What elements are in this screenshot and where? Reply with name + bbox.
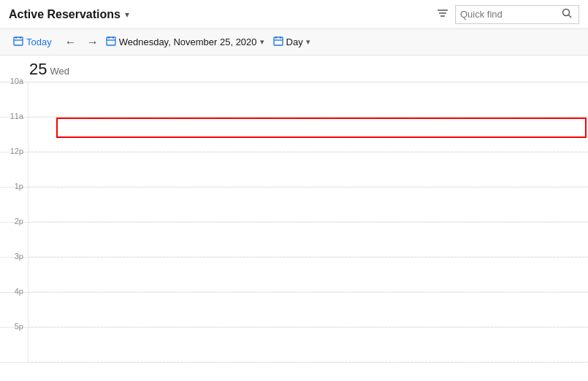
time-label: 11a — [0, 112, 28, 120]
time-label: 10a — [0, 77, 28, 85]
today-label: Today — [26, 36, 52, 47]
time-cell[interactable] — [28, 328, 588, 362]
time-row: 12p — [0, 153, 588, 188]
time-cell[interactable] — [28, 188, 588, 222]
time-row: 2p — [0, 223, 588, 258]
calendar-area: 25 Wed 10a11a12p1p2p3p4p5p — [0, 55, 588, 381]
view-selector[interactable]: Day ▾ — [273, 36, 310, 48]
svg-rect-13 — [274, 37, 283, 45]
time-row: 11a — [0, 118, 588, 153]
time-label: 12p — [0, 147, 28, 155]
prev-button[interactable]: ← — [62, 35, 80, 50]
view-calendar-icon — [273, 36, 283, 48]
app-header: Active Reservations ▾ — [0, 0, 588, 29]
day-header: 25 Wed — [0, 55, 588, 82]
calendar-icon — [13, 36, 23, 48]
time-cell[interactable] — [28, 258, 588, 292]
search-box — [455, 5, 579, 24]
filter-icon[interactable] — [436, 7, 449, 23]
time-row: 10a — [0, 82, 588, 118]
time-cell[interactable] — [28, 223, 588, 257]
date-chevron-icon: ▾ — [260, 37, 264, 47]
time-row: 1p — [0, 188, 588, 223]
page-title: Active Reservations — [9, 8, 121, 21]
time-cell[interactable] — [28, 293, 588, 327]
header-right — [436, 5, 579, 24]
day-name: Wed — [50, 66, 69, 77]
title-chevron-icon[interactable]: ▾ — [125, 9, 129, 20]
time-grid: 10a11a12p1p2p3p4p5p — [0, 82, 588, 381]
header-left: Active Reservations ▾ — [9, 8, 129, 21]
time-label: 4p — [0, 288, 28, 296]
time-label: 5p — [0, 323, 28, 331]
time-label: 1p — [0, 182, 28, 190]
today-button[interactable]: Today — [7, 34, 58, 50]
day-number: 25 — [29, 60, 47, 79]
next-button[interactable]: → — [84, 35, 102, 50]
date-calendar-icon — [106, 36, 116, 48]
time-row: 4p — [0, 293, 588, 328]
svg-rect-5 — [14, 37, 23, 45]
search-button[interactable] — [558, 8, 576, 20]
svg-point-3 — [563, 9, 570, 16]
time-label: 3p — [0, 253, 28, 261]
date-label: Wednesday, November 25, 2020 — [119, 36, 257, 47]
svg-line-4 — [569, 15, 572, 18]
search-input[interactable] — [456, 7, 558, 21]
date-selector[interactable]: Wednesday, November 25, 2020 ▾ — [106, 36, 264, 48]
svg-rect-9 — [107, 37, 115, 45]
time-cell[interactable] — [28, 118, 588, 152]
time-label: 2p — [0, 218, 28, 226]
calendar-toolbar: Today ← → Wednesday, November 25, 2020 ▾… — [0, 29, 588, 55]
time-cell[interactable] — [28, 82, 588, 117]
view-label: Day — [286, 36, 303, 47]
view-chevron-icon: ▾ — [306, 37, 310, 47]
time-row: 3p — [0, 258, 588, 293]
time-cell[interactable] — [28, 153, 588, 187]
time-row: 5p — [0, 328, 588, 363]
event-box[interactable] — [56, 118, 587, 138]
